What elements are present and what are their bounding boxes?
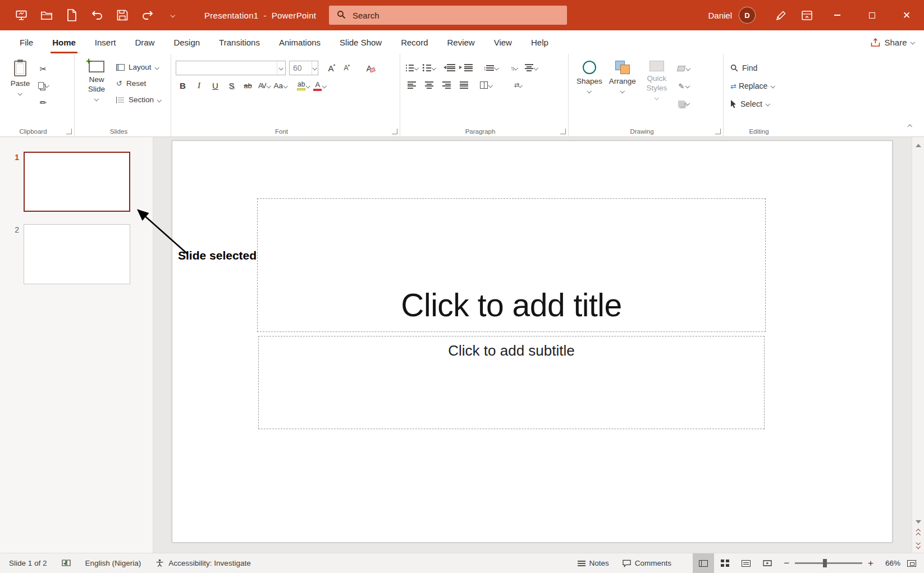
zoom-level[interactable]: 66%	[879, 559, 903, 567]
tab-transitions[interactable]: Transitions	[209, 30, 269, 54]
maximize-button[interactable]	[854, 0, 889, 30]
tab-draw[interactable]: Draw	[125, 30, 164, 54]
redo-icon[interactable]	[141, 8, 154, 22]
shape-effects-button[interactable]	[676, 97, 691, 110]
powerpoint-logo-icon[interactable]	[15, 8, 28, 22]
zoom-slider-thumb[interactable]	[823, 559, 827, 567]
clipboard-dialog-launcher[interactable]	[66, 129, 72, 134]
paste-button[interactable]: Paste	[4, 57, 36, 125]
bullets-button[interactable]	[405, 61, 419, 75]
tab-design[interactable]: Design	[164, 30, 209, 54]
scroll-down-button[interactable]	[912, 516, 924, 527]
align-left-button[interactable]	[405, 78, 419, 92]
drawing-dialog-launcher[interactable]	[715, 129, 721, 134]
share-button[interactable]: Share	[871, 30, 914, 54]
save-icon[interactable]	[116, 8, 129, 22]
slide-thumbnail-2[interactable]: 2	[0, 224, 153, 284]
columns-button[interactable]	[479, 78, 493, 92]
slide-sorter-view-button[interactable]	[714, 553, 735, 573]
font-size-input[interactable]	[290, 61, 312, 75]
zoom-out-button[interactable]: −	[784, 558, 789, 568]
numbering-button[interactable]	[422, 61, 436, 75]
title-placeholder[interactable]: Click to add title	[257, 198, 766, 332]
tab-help[interactable]: Help	[522, 30, 558, 54]
inking-pen-icon[interactable]	[768, 0, 794, 30]
undo-icon[interactable]	[90, 8, 104, 22]
font-name-input[interactable]	[176, 61, 277, 75]
increase-font-size-button[interactable]: A	[324, 61, 338, 75]
text-shadow-button[interactable]: S	[225, 79, 239, 93]
previous-slide-button[interactable]	[912, 527, 924, 539]
decrease-font-size-button[interactable]: A	[339, 61, 353, 75]
paragraph-dialog-launcher[interactable]	[560, 129, 566, 134]
arrange-button[interactable]: Arrange	[606, 57, 639, 125]
customize-quick-access-icon[interactable]	[166, 8, 180, 22]
scroll-up-button[interactable]	[912, 140, 924, 151]
slide-thumbnail-1[interactable]: 1	[0, 152, 153, 212]
change-case-button[interactable]: Aa	[273, 79, 287, 93]
decrease-indent-button[interactable]	[444, 61, 458, 75]
format-painter-button[interactable]: ✏	[36, 96, 51, 109]
tab-animations[interactable]: Animations	[269, 30, 330, 54]
justify-button[interactable]	[457, 78, 471, 92]
tab-insert[interactable]: Insert	[85, 30, 126, 54]
clear-formatting-button[interactable]: A	[362, 61, 376, 75]
new-file-icon[interactable]	[65, 8, 79, 22]
avatar[interactable]: D	[739, 7, 756, 24]
slide-show-button[interactable]	[757, 553, 778, 573]
select-button[interactable]: Select	[728, 96, 777, 112]
align-center-button[interactable]	[422, 78, 436, 92]
comments-button[interactable]: Comments	[616, 553, 678, 573]
thumbnail-canvas[interactable]	[24, 224, 130, 284]
fit-slide-to-window-button[interactable]	[907, 560, 916, 567]
reset-button[interactable]: ↺ Reset	[114, 76, 163, 91]
tab-view[interactable]: View	[484, 30, 522, 54]
tab-record[interactable]: Record	[391, 30, 437, 54]
slide-counter[interactable]: Slide 1 of 2	[9, 559, 47, 567]
subtitle-placeholder[interactable]: Click to add subtitle	[258, 336, 765, 429]
shape-fill-button[interactable]	[676, 62, 691, 75]
open-file-icon[interactable]	[40, 8, 53, 22]
text-direction-button[interactable]: ↑↓	[507, 61, 521, 75]
bold-button[interactable]: B	[176, 79, 190, 93]
quick-styles-button[interactable]: Quick Styles	[639, 57, 674, 125]
convert-to-smartart-button[interactable]: ⇄	[511, 78, 525, 92]
character-spacing-button[interactable]: AV	[257, 79, 271, 93]
text-highlight-color-button[interactable]: ab	[296, 79, 310, 93]
search-box[interactable]: Search	[329, 6, 567, 25]
tab-review[interactable]: Review	[438, 30, 484, 54]
tab-slide-show[interactable]: Slide Show	[330, 30, 391, 54]
line-spacing-button[interactable]: ↕	[483, 61, 498, 75]
shape-outline-button[interactable]: ✎	[676, 79, 691, 93]
copy-button[interactable]	[36, 79, 51, 92]
next-slide-button[interactable]	[912, 539, 924, 550]
chevron-down-icon[interactable]	[312, 61, 318, 75]
font-name-combo[interactable]	[176, 61, 286, 75]
reading-view-button[interactable]	[735, 553, 757, 573]
zoom-slider[interactable]	[795, 562, 862, 564]
shapes-button[interactable]: Shapes	[573, 57, 606, 125]
accessibility-button[interactable]: Accessibility: Investigate	[155, 559, 250, 567]
align-right-button[interactable]	[440, 78, 454, 92]
section-button[interactable]: Section	[114, 92, 163, 107]
ribbon-display-options-icon[interactable]	[794, 0, 820, 30]
font-size-combo[interactable]	[289, 61, 318, 75]
find-button[interactable]: Find	[728, 60, 777, 76]
normal-view-button[interactable]	[693, 553, 714, 573]
spellcheck-button[interactable]	[62, 559, 71, 567]
language-button[interactable]: English (Nigeria)	[85, 559, 141, 567]
tab-file[interactable]: File	[10, 30, 43, 54]
font-dialog-launcher[interactable]	[392, 129, 397, 134]
new-slide-button[interactable]: New Slide	[79, 57, 114, 125]
italic-button[interactable]: I	[192, 79, 206, 93]
increase-indent-button[interactable]	[461, 61, 475, 75]
user-name[interactable]: Daniel	[708, 11, 732, 20]
strikethrough-button[interactable]: ab	[241, 79, 255, 93]
collapse-ribbon-button[interactable]	[904, 122, 916, 132]
replace-button[interactable]: ⇄ Replace	[728, 78, 777, 94]
vertical-scrollbar[interactable]	[912, 137, 924, 553]
thumbnail-canvas[interactable]	[24, 152, 130, 212]
slide-canvas[interactable]: Click to add title Click to add subtitle	[172, 140, 893, 543]
align-text-button[interactable]	[524, 61, 538, 75]
underline-button[interactable]: U	[208, 79, 222, 93]
